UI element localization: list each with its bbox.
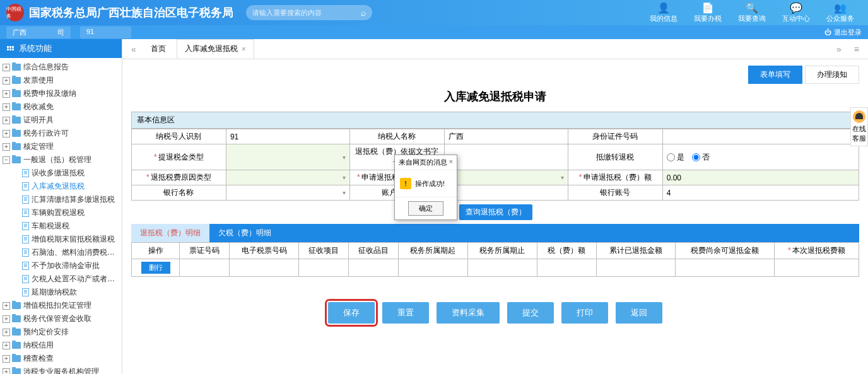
sidebar-item[interactable]: 石脑油、燃料油消费税退税 <box>10 246 122 259</box>
label-taxpayer-id: 纳税号人识别 <box>132 129 226 144</box>
sidebar-item[interactable]: 误收多缴退抵税 <box>10 167 122 180</box>
value-account-name <box>444 185 568 201</box>
label-bank-account: 银行账号 <box>568 185 662 201</box>
sidebar-group-refund[interactable]: −一般退（抵）税管理 <box>0 153 122 167</box>
value-reason-type[interactable]: ▾ <box>226 170 349 185</box>
online-support[interactable]: 在线客服 <box>850 107 868 146</box>
sidebar-item[interactable]: 车辆购置税退税 <box>10 206 122 219</box>
modal-close-icon[interactable]: × <box>449 158 453 167</box>
sidebar-item[interactable]: 不予加收滞纳金审批 <box>10 259 122 272</box>
sidebar-item[interactable]: 增值税期末留抵税额退税 <box>10 233 122 246</box>
sidebar-group[interactable]: +综合信息报告 <box>0 61 122 74</box>
sidebar-item[interactable]: 延期缴纳税款 <box>10 286 122 299</box>
sidebar-group[interactable]: +税费申报及缴纳 <box>0 87 122 100</box>
expand-icon[interactable]: + <box>3 302 10 310</box>
expand-icon[interactable]: + <box>3 355 10 363</box>
folder-icon <box>12 77 21 84</box>
delete-row-button[interactable]: 删行 <box>141 262 170 274</box>
table-header: 税务所属期起 <box>398 243 467 259</box>
sidebar-group[interactable]: +核定管理 <box>0 140 122 153</box>
save-button[interactable]: 保存 <box>328 302 375 324</box>
expand-icon[interactable]: + <box>3 342 10 349</box>
expand-icon[interactable]: + <box>3 103 10 111</box>
tab-menu-icon[interactable]: ≡ <box>850 44 863 54</box>
expand-icon[interactable]: + <box>3 130 10 137</box>
value-apply-amount[interactable]: 0.00 <box>662 170 859 185</box>
sidebar-item[interactable]: 汇算清缴结算多缴退抵税 <box>10 193 122 206</box>
expand-icon[interactable]: + <box>3 77 10 85</box>
chat-icon: 💬 <box>790 2 802 14</box>
modal-header: 来自网页的消息 × <box>395 155 457 170</box>
file-icon <box>22 235 29 243</box>
sidebar-group[interactable]: +纳税信用 <box>0 339 122 352</box>
value-apply-method[interactable]: ▾ <box>444 170 568 185</box>
expand-icon[interactable]: + <box>3 64 10 71</box>
sidebar-group[interactable]: +税务行政许可 <box>0 127 122 140</box>
collapse-icon[interactable]: − <box>3 156 10 164</box>
value-refund-type[interactable]: ▾ <box>226 144 349 170</box>
detail-tab-owe[interactable]: 欠税（费）明细 <box>209 224 280 242</box>
return-button[interactable]: 返回 <box>616 302 662 324</box>
nav-my-info[interactable]: 👤我的信息 <box>642 1 685 25</box>
expand-icon[interactable]: + <box>3 329 10 336</box>
logout-button[interactable]: ⏻ 退出登录 <box>824 28 862 37</box>
nav-tax[interactable]: 📄我要办税 <box>686 1 729 25</box>
success-modal: 来自网页的消息 × ! 操作成功! 确定 <box>394 155 457 220</box>
search-box[interactable]: ⌕ <box>246 5 372 20</box>
reset-button[interactable]: 重置 <box>382 302 429 324</box>
tab-current[interactable]: 入库减免退抵税× <box>177 39 254 59</box>
action-tab-notice[interactable]: 办理须知 <box>805 66 859 84</box>
table-header: 累计已退抵金额 <box>597 243 676 259</box>
sidebar-group[interactable]: +预约定价安排 <box>0 325 122 339</box>
print-button[interactable]: 打印 <box>561 302 608 324</box>
detail-tabs: 退抵税（费）明细 欠税（费）明细 <box>131 224 859 242</box>
submit-button[interactable]: 提交 <box>507 302 554 324</box>
sidebar-group[interactable]: +涉税专业服务机构管理 <box>0 365 122 374</box>
nav-query[interactable]: 🔍我要查询 <box>730 1 773 25</box>
sidebar-group[interactable]: +增值税抵扣凭证管理 <box>0 299 122 312</box>
site-title: 国家税务总局广西壮族自治区电子税务局 <box>29 5 233 20</box>
sidebar-group[interactable]: +税收减免 <box>0 100 122 114</box>
table-header: 操作 <box>132 243 180 259</box>
tab-home[interactable]: 首页 <box>143 39 174 59</box>
tab-next-icon[interactable]: » <box>833 44 845 54</box>
table-header: *本次退抵税费额 <box>774 243 859 259</box>
expand-icon[interactable]: + <box>3 90 10 98</box>
detail-tab-refund[interactable]: 退抵税（费）明细 <box>131 224 209 242</box>
value-bank-name[interactable]: ▾ <box>226 185 349 201</box>
label-offset-refund: 抵缴转退税 <box>568 144 662 170</box>
label-taxpayer-name: 纳税人名称 <box>349 129 444 144</box>
expand-icon[interactable]: + <box>3 368 10 375</box>
action-tab-fill[interactable]: 表单填写 <box>748 66 802 84</box>
value-id-number[interactable] <box>662 129 859 144</box>
close-icon[interactable]: × <box>242 45 246 54</box>
content: « 首页 入库减免退抵税× » ≡ 表单填写 办理须知 入库减免退抵税申请 基本… <box>122 39 868 374</box>
modal-ok-button[interactable]: 确定 <box>408 201 443 216</box>
file-icon <box>22 222 29 230</box>
sidebar-group[interactable]: +证明开具 <box>0 114 122 127</box>
search-input[interactable] <box>252 9 361 16</box>
radio-no[interactable]: 否 <box>692 152 710 163</box>
query-refund-button[interactable]: 查询退抵税（费） <box>459 204 532 220</box>
search-icon[interactable]: ⌕ <box>361 8 366 18</box>
sidebar-item[interactable]: 入库减免退抵税 <box>10 180 122 193</box>
sidebar-group[interactable]: +税务代保管资金收取 <box>0 312 122 325</box>
top-nav: 👤我的信息 📄我要办税 🔍我要查询 💬互动中心 👥公众服务 <box>642 1 862 25</box>
collect-button[interactable]: 资料采集 <box>437 302 500 324</box>
sidebar-group[interactable]: +稽查检查 <box>0 352 122 365</box>
sidebar-item[interactable]: 欠税人处置不动产或者大额资产报告 <box>10 272 122 286</box>
value-offset-refund[interactable]: 是 否 <box>662 144 859 170</box>
sidebar-group[interactable]: +发票使用 <box>0 74 122 87</box>
value-doc-number[interactable] <box>444 144 568 170</box>
modal-message: 操作成功! <box>415 179 445 189</box>
expand-icon[interactable]: + <box>3 117 10 124</box>
expand-icon[interactable]: + <box>3 315 10 323</box>
radio-yes[interactable]: 是 <box>667 152 684 163</box>
folder-icon <box>12 130 21 137</box>
nav-interact[interactable]: 💬互动中心 <box>775 1 818 25</box>
sidebar-item[interactable]: 车船税退税 <box>10 219 122 233</box>
tab-prev-icon[interactable]: « <box>127 44 140 54</box>
sub-header: 广西 司 91 ⏻ 退出登录 <box>0 25 868 39</box>
expand-icon[interactable]: + <box>3 143 10 151</box>
nav-public[interactable]: 👥公众服务 <box>819 1 862 25</box>
